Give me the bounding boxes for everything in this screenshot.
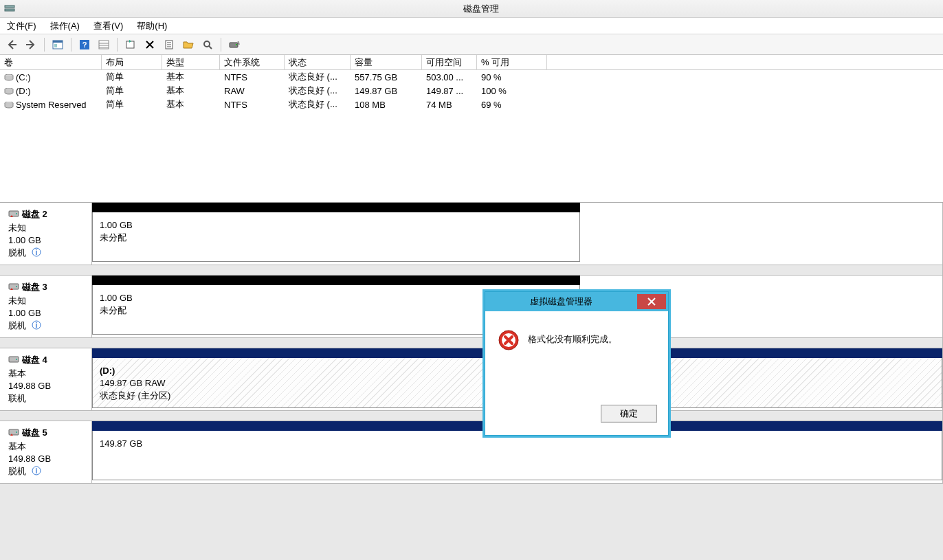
partition-block[interactable]: 149.87 GB [92,431,942,480]
disk-icon [8,209,19,219]
info-icon[interactable]: i [32,320,41,330]
graphical-disk-pane: 磁盘 2未知1.00 GB脱机 i1.00 GB未分配磁盘 3未知1.00 GB… [0,203,943,484]
svg-rect-5 [53,41,63,43]
disk-row: 磁盘 3未知1.00 GB脱机 i1.00 GB未分配 [0,276,943,338]
delete-button[interactable] [142,37,157,52]
col-type[interactable]: 类型 [162,55,220,69]
svg-point-18 [204,41,210,47]
volume-list-header: 卷 布局 类型 文件系统 状态 容量 可用空间 % 可用 [0,55,943,70]
error-dialog: 虚拟磁盘管理器 格式化没有顺利完成。 确定 [485,291,669,436]
svg-point-30 [16,286,17,287]
tool-bar: ? [0,34,943,55]
error-icon [498,329,520,351]
volume-row[interactable]: System Reserved简单基本NTFS状态良好 (...108 MB74… [0,98,943,111]
dialog-close-button[interactable] [637,294,666,309]
help-button[interactable]: ? [77,37,92,52]
menu-view[interactable]: 查看(V) [91,19,126,34]
nav-back-button[interactable] [4,37,19,52]
dialog-ok-button[interactable]: 确定 [601,405,657,423]
partition-area: 1.00 GB未分配 [92,203,580,265]
disk-icon [8,427,19,437]
svg-rect-6 [54,44,57,47]
disk-info-panel[interactable]: 磁盘 4基本149.88 GB联机 [0,348,92,410]
menu-bar: 文件(F) 操作(A) 查看(V) 帮助(H) [0,18,943,34]
col-layout[interactable]: 布局 [102,55,162,69]
nav-forward-button[interactable] [23,37,38,52]
menu-action[interactable]: 操作(A) [47,19,82,34]
properties-button[interactable] [162,37,177,52]
find-button[interactable] [200,37,215,52]
open-button[interactable] [181,37,196,52]
disk-row: 磁盘 5基本149.88 GB脱机 i149.87 GB [0,421,943,484]
window-title: 磁盘管理 [19,3,943,15]
menu-help[interactable]: 帮助(H) [134,19,170,34]
toolbar-separator [44,38,45,52]
col-fs[interactable]: 文件系统 [220,55,285,69]
svg-rect-13 [126,41,134,48]
dialog-message: 格式化没有顺利完成。 [528,329,617,351]
svg-text:?: ? [82,41,87,49]
refresh-button[interactable] [123,37,138,52]
volume-row[interactable]: (C:)简单基本NTFS状态良好 (...557.75 GB503.00 ...… [0,70,943,84]
partition-header-bar [92,276,580,285]
svg-text:i: i [35,322,37,329]
svg-text:i: i [35,467,37,475]
disk-info-panel[interactable]: 磁盘 3未知1.00 GB脱机 i [0,276,92,337]
toolbar-separator [71,38,71,52]
drive-icon [4,87,14,93]
details-view-button[interactable] [96,37,111,52]
disk-row: 磁盘 2未知1.00 GB脱机 i1.00 GB未分配 [0,203,943,265]
drive-icon [4,73,14,80]
col-status[interactable]: 状态 [285,55,351,69]
disk-row: 磁盘 4基本149.88 GB联机(D:)149.87 GB RAW状态良好 (… [0,348,943,411]
svg-point-34 [16,359,17,360]
toolbar-separator [221,38,221,52]
svg-point-36 [16,432,17,433]
volume-list-pane: 卷 布局 类型 文件系统 状态 容量 可用空间 % 可用 (C:)简单基本NTF… [0,55,943,203]
col-pct[interactable]: % 可用 [477,55,547,69]
svg-point-26 [16,213,17,214]
show-hide-tree-button[interactable] [50,37,65,52]
app-icon [4,3,15,14]
dialog-title-bar[interactable]: 虚拟磁盘管理器 [485,292,668,311]
rescan-disks-button[interactable] [227,37,242,52]
col-volume[interactable]: 卷 [0,55,102,69]
title-bar: 磁盘管理 [0,0,943,18]
svg-point-21 [236,44,237,45]
disk-info-panel[interactable]: 磁盘 5基本149.88 GB脱机 i [0,421,92,483]
svg-text:i: i [35,249,37,256]
menu-file[interactable]: 文件(F) [4,19,39,34]
volume-row[interactable]: (D:)简单基本RAW状态良好 (...149.87 GB149.87 ...1… [0,84,943,98]
disk-icon [8,355,19,364]
info-icon[interactable]: i [32,466,41,475]
partition-block[interactable]: 1.00 GB未分配 [92,212,580,262]
toolbar-separator [117,38,118,52]
partition-header-bar [92,203,580,212]
dialog-title: 虚拟磁盘管理器 [485,295,637,308]
svg-line-19 [209,46,212,49]
info-icon[interactable]: i [32,247,41,257]
col-capacity[interactable]: 容量 [351,55,422,69]
disk-icon [8,282,19,291]
disk-info-panel[interactable]: 磁盘 2未知1.00 GB脱机 i [0,203,92,265]
drive-icon [4,100,14,107]
col-free[interactable]: 可用空间 [422,55,477,69]
